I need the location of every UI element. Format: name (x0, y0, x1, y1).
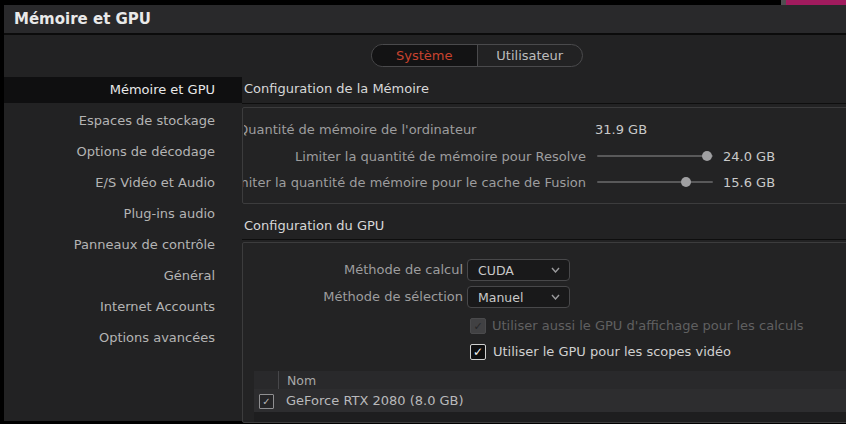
tab-systeme[interactable]: Système (372, 45, 477, 66)
compute-method-label: Méthode de calcul (344, 262, 463, 277)
sidebar-item-espaces-stockage[interactable]: Espaces de stockage (4, 108, 242, 134)
tab-utilisateur[interactable]: Utilisateur (477, 45, 583, 66)
ram-amount-label: Quantité de mémoire de l'ordinateur (244, 122, 589, 137)
preferences-dialog-screen: { "window": { "title": "Mémoire et GPU" … (0, 0, 846, 424)
memory-groupbox: Quantité de mémoire de l'ordinateur 31.9… (242, 107, 846, 204)
scopes-gpu-checkbox[interactable]: ✓ (470, 344, 486, 360)
gpu-groupbox: Méthode de calcul CUDA Méthode de sélect… (242, 242, 846, 423)
gpu-table-header: Nom (254, 371, 846, 389)
fusion-cache-slider[interactable] (597, 177, 713, 187)
resolve-memory-limit-label: Limiter la quantité de mémoire pour Reso… (295, 149, 586, 164)
gpu-table-row[interactable]: ✓ GeForce RTX 2080 (8.0 GB) (254, 389, 846, 412)
sidebar-item-panneaux-controle[interactable]: Panneaux de contrôle (4, 232, 242, 258)
gpu-row-checkbox[interactable]: ✓ (259, 394, 274, 409)
scopes-gpu-checkbox-label: Utiliser le GPU pour les scopes vidéo (493, 344, 731, 359)
sidebar-item-options-decodage[interactable]: Options de décodage (4, 139, 242, 165)
preferences-sidebar: Mémoire et GPU Espaces de stockage Optio… (4, 77, 242, 356)
memory-section-rule (242, 103, 846, 104)
dialog-titlebar[interactable]: Mémoire et GPU (4, 5, 846, 35)
gpu-table-name-column: Nom (279, 373, 316, 388)
sidebar-item-internet-accounts[interactable]: Internet Accounts (4, 294, 242, 320)
slider-handle[interactable] (702, 151, 712, 161)
check-icon: ✓ (262, 396, 270, 407)
display-gpu-checkbox-label: Utiliser aussi le GPU d'affichage pour l… (492, 318, 804, 333)
selection-method-label: Méthode de sélection (323, 289, 463, 304)
chevron-down-icon (551, 267, 560, 273)
fusion-cache-limit-label: Limiter la quantité de mémoire pour le c… (242, 175, 586, 190)
gpu-section-rule (242, 239, 846, 240)
compute-method-dropdown[interactable]: CUDA (467, 259, 570, 281)
selection-method-dropdown[interactable]: Manuel (467, 286, 570, 308)
preferences-dialog: Mémoire et GPU Système Utilisateur Mémoi… (4, 5, 846, 421)
scope-tabbar: Système Utilisateur (371, 44, 583, 67)
slider-track[interactable] (597, 181, 713, 183)
selection-method-value: Manuel (468, 290, 551, 305)
gpu-table-empty-area (254, 412, 846, 422)
sidebar-item-es-video-audio[interactable]: E/S Vidéo et Audio (4, 170, 242, 196)
gpu-table: Nom ✓ GeForce RTX 2080 (8.0 GB) (254, 371, 846, 422)
resolve-memory-limit-value: 24.0 GB (723, 149, 775, 164)
slider-track[interactable] (597, 155, 713, 157)
sidebar-item-options-avancees[interactable]: Options avancées (4, 325, 242, 351)
dialog-title: Mémoire et GPU (14, 5, 151, 33)
resolve-memory-slider[interactable] (597, 151, 713, 161)
sidebar-item-memoire-gpu[interactable]: Mémoire et GPU (4, 77, 242, 103)
check-icon: ✓ (473, 321, 482, 332)
memory-section-title: Configuration de la Mémoire (244, 81, 429, 96)
sidebar-item-general[interactable]: Général (4, 263, 242, 289)
gpu-row-name: GeForce RTX 2080 (8.0 GB) (254, 393, 464, 408)
gpu-section-title: Configuration du GPU (244, 218, 384, 233)
check-icon: ✓ (473, 346, 483, 358)
sidebar-item-plugins-audio[interactable]: Plug-ins audio (4, 201, 242, 227)
compute-method-value: CUDA (468, 263, 551, 278)
chevron-down-icon (551, 294, 560, 300)
display-gpu-checkbox: ✓ (470, 318, 486, 334)
fusion-cache-limit-value: 15.6 GB (723, 175, 775, 190)
gpu-table-checkbox-column (254, 371, 279, 389)
slider-handle[interactable] (681, 177, 691, 187)
ram-amount-value: 31.9 GB (595, 122, 647, 137)
